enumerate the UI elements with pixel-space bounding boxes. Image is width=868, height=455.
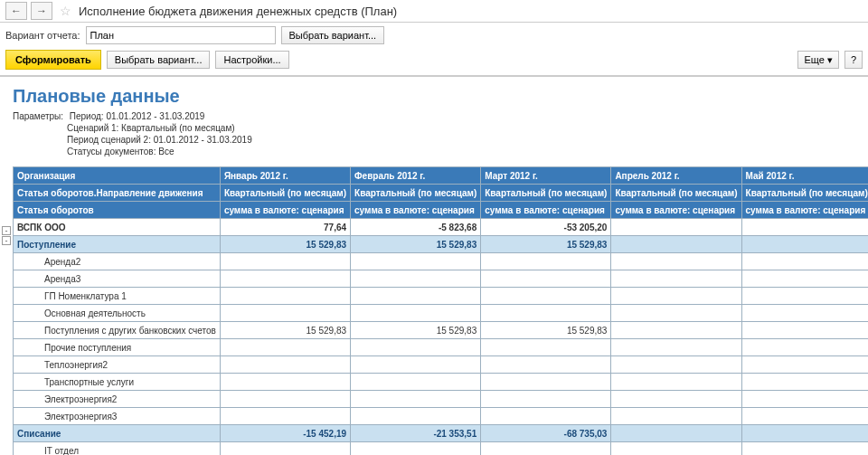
col-sum: сумма в валюте: сценария xyxy=(481,202,611,219)
variant-select-button[interactable]: Выбрать вариант... xyxy=(281,26,385,44)
row-label: Аренда2 xyxy=(14,253,221,270)
cell-value: 15 529,83 xyxy=(220,322,350,339)
row-label: Поступление xyxy=(14,236,221,253)
cell-value xyxy=(351,305,481,322)
settings-button[interactable]: Настройки... xyxy=(215,51,288,69)
cell-value xyxy=(741,425,868,442)
col-quarter: Квартальный (по месяцам) xyxy=(351,185,481,202)
nav-forward-button[interactable]: → xyxy=(31,2,52,20)
cell-value xyxy=(351,339,481,356)
variant-input[interactable] xyxy=(86,26,276,44)
cell-value xyxy=(741,391,868,408)
row-label: Поступления с других банковских счетов xyxy=(14,322,221,339)
cell-value xyxy=(611,339,741,356)
variant-label: Вариант отчета: xyxy=(5,30,80,41)
cell-value xyxy=(741,408,868,425)
cell-value xyxy=(481,442,611,456)
cell-value xyxy=(351,442,481,456)
col-sum: сумма в валюте: сценария xyxy=(611,202,741,219)
col-turnover: Статья оборотов.Направление движения xyxy=(14,185,221,202)
cell-value xyxy=(611,442,741,456)
cell-value xyxy=(481,391,611,408)
col-org: Организация xyxy=(14,167,221,185)
cell-value xyxy=(351,270,481,288)
nav-back-button[interactable]: ← xyxy=(5,2,27,20)
tree-toggle-icon[interactable]: - xyxy=(2,236,11,245)
generate-button[interactable]: Сформировать xyxy=(5,50,101,70)
cell-value: 15 529,83 xyxy=(481,322,611,339)
cell-value xyxy=(481,374,611,391)
row-label: Электроэнергия3 xyxy=(14,408,221,425)
cell-value: 15 529,83 xyxy=(351,322,481,339)
col-month: Апрель 2012 г. xyxy=(611,167,741,185)
col-month: Март 2012 г. xyxy=(481,167,611,185)
cell-value xyxy=(611,322,741,339)
cell-value xyxy=(481,253,611,270)
cell-value xyxy=(220,391,350,408)
col-quarter: Квартальный (по месяцам) xyxy=(481,185,611,202)
row-label: Списание xyxy=(14,425,221,442)
cell-value: 77,64 xyxy=(220,219,350,236)
cell-value xyxy=(220,374,350,391)
cell-value xyxy=(741,356,868,374)
row-label: Электроэнергия2 xyxy=(14,391,221,408)
cell-value xyxy=(611,374,741,391)
cell-value xyxy=(611,391,741,408)
cell-value xyxy=(220,288,350,305)
col-quarter: Квартальный (по месяцам) xyxy=(741,185,868,202)
cell-value xyxy=(611,236,741,253)
tree-toggle-icon[interactable]: - xyxy=(2,226,11,235)
cell-value xyxy=(351,408,481,425)
cell-value xyxy=(741,305,868,322)
col-month: Январь 2012 г. xyxy=(220,167,350,185)
col-sum: сумма в валюте: сценария xyxy=(220,202,350,219)
row-label: Транспортные услуги xyxy=(14,374,221,391)
cell-value: -53 205,20 xyxy=(481,219,611,236)
cell-value xyxy=(741,219,868,236)
cell-value xyxy=(481,356,611,374)
row-label: IT отдел xyxy=(14,442,221,456)
favorite-star-icon[interactable]: ☆ xyxy=(60,4,71,18)
row-label: ВСПК ООО xyxy=(14,219,221,236)
cell-value xyxy=(611,270,741,288)
row-label: Прочие поступления xyxy=(14,339,221,356)
cell-value xyxy=(741,374,868,391)
cell-value xyxy=(481,339,611,356)
cell-value: -5 823,68 xyxy=(351,219,481,236)
cell-value xyxy=(351,391,481,408)
col-sum: сумма в валюте: сценария xyxy=(351,202,481,219)
cell-value: 15 529,83 xyxy=(220,236,350,253)
cell-value xyxy=(741,442,868,456)
cell-value xyxy=(351,288,481,305)
col-month: Февраль 2012 г. xyxy=(351,167,481,185)
cell-value xyxy=(481,288,611,305)
cell-value xyxy=(481,305,611,322)
row-label: Основная деятельность xyxy=(14,305,221,322)
cell-value xyxy=(741,288,868,305)
cell-value: -21 353,51 xyxy=(351,425,481,442)
cell-value xyxy=(481,408,611,425)
cell-value: -68 735,03 xyxy=(481,425,611,442)
cell-value xyxy=(351,374,481,391)
cell-value xyxy=(220,305,350,322)
cell-value: 15 529,83 xyxy=(351,236,481,253)
report-title: Плановые данные xyxy=(0,77,868,109)
report-area[interactable]: - - Плановые данные Параметры: Период: 0… xyxy=(0,76,868,455)
col-quarter: Квартальный (по месяцам) xyxy=(220,185,350,202)
select-variant-button[interactable]: Выбрать вариант... xyxy=(107,51,211,69)
cell-value xyxy=(611,253,741,270)
cell-value xyxy=(220,408,350,425)
cell-value xyxy=(481,270,611,288)
more-button[interactable]: Еще ▾ xyxy=(797,51,838,69)
report-table: ОрганизацияЯнварь 2012 г.Февраль 2012 г.… xyxy=(13,166,868,455)
cell-value xyxy=(220,356,350,374)
cell-value xyxy=(220,270,350,288)
tree-toggles[interactable]: - - xyxy=(2,226,11,246)
cell-value xyxy=(220,442,350,456)
cell-value xyxy=(351,356,481,374)
cell-value xyxy=(741,339,868,356)
cell-value xyxy=(611,288,741,305)
cell-value xyxy=(611,219,741,236)
help-button[interactable]: ? xyxy=(844,51,863,69)
cell-value: -15 452,19 xyxy=(220,425,350,442)
